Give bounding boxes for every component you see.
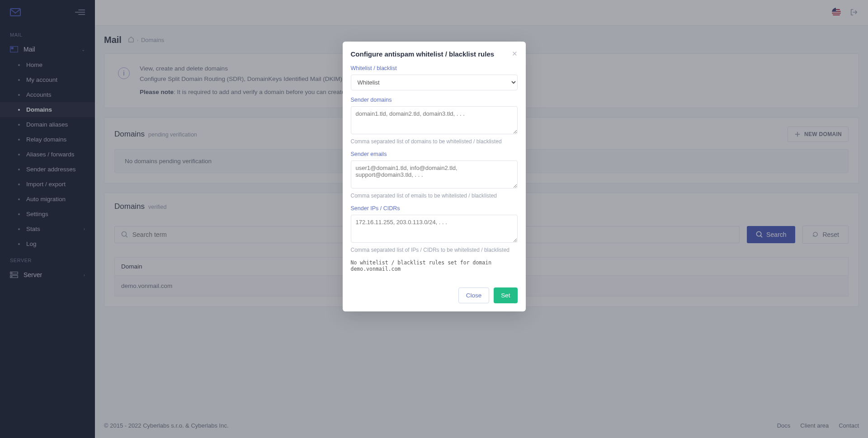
rules-status-text: No whitelist / blacklist rules set for d… (351, 259, 518, 272)
sender-domains-label: Sender domains (351, 97, 518, 103)
sender-emails-label: Sender emails (351, 151, 518, 157)
modal-title: Configure antispam whitelist / blacklist… (351, 50, 495, 58)
close-button[interactable]: Close (458, 287, 490, 303)
sender-ips-label: Sender IPs / CIDRs (351, 205, 518, 212)
whitelist-blacklist-select[interactable]: Whitelist (351, 75, 518, 90)
sender-domains-textarea[interactable] (351, 106, 518, 134)
close-icon[interactable]: ✕ (512, 50, 518, 58)
sender-emails-hint: Comma separated list of emails to be whi… (351, 193, 518, 199)
modal-overlay: Configure antispam whitelist / blacklist… (0, 0, 868, 438)
whitelist-blacklist-label: Whitelist / blacklist (351, 65, 518, 71)
set-button[interactable]: Set (494, 287, 517, 303)
sender-ips-hint: Comma separated list of IPs / CIDRs to b… (351, 247, 518, 253)
sender-ips-textarea[interactable] (351, 215, 518, 243)
sender-domains-hint: Comma separated list of domains to be wh… (351, 138, 518, 145)
antispam-modal: Configure antispam whitelist / blacklist… (343, 42, 526, 311)
sender-emails-textarea[interactable] (351, 160, 518, 188)
